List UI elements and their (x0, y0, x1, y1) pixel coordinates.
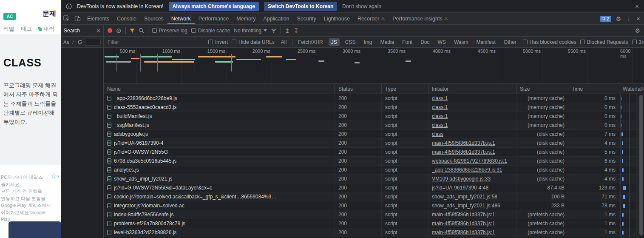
match-language-button[interactable]: Always match Chrome's language (169, 2, 259, 11)
network-settings-gear-icon[interactable]: ⚙ (635, 27, 640, 34)
request-initiator-link[interactable]: class:1 (432, 95, 448, 101)
site-tab-level[interactable]: 레벨 (3, 25, 14, 33)
tab-network[interactable]: Network (167, 13, 195, 24)
request-row[interactable]: class-5552aacec0caacd3.js 200 script cla… (104, 103, 644, 112)
request-row[interactable]: js?id=G-0WSW72N55G&l=dataLayer&cx=c 200 … (104, 184, 644, 192)
request-row[interactable]: js?id=G-0WSW72N55G 200 script main-4f59f… (104, 148, 644, 157)
filter-chip-manifest[interactable]: Manifest (474, 38, 498, 46)
tab-lighthouse[interactable]: Lighthouse (320, 13, 354, 24)
request-initiator-link[interactable]: show_ads_impl_fy2021.js:486 (432, 203, 500, 209)
settings-gear-icon[interactable]: ⚙ (616, 15, 621, 22)
issues-badge[interactable]: 2 (600, 16, 611, 22)
filter-chip-font[interactable]: Font (400, 38, 415, 46)
request-initiator-link[interactable]: main-4f59f5f86b1d337b.js:1 (432, 149, 495, 155)
refresh-icon[interactable] (77, 40, 82, 45)
request-initiator-link[interactable]: main-4f59f5f86b1d337b.js:1 (432, 221, 495, 227)
filter-chip-all[interactable]: All (278, 38, 289, 46)
devtools-close-icon[interactable]: × (636, 15, 640, 22)
column-header-initiator[interactable]: Initiator (428, 84, 516, 94)
solvedac-logo[interactable]: AC (3, 13, 16, 20)
search-pane-close-icon[interactable]: × (96, 27, 100, 34)
scrollbar-thumb[interactable] (639, 95, 643, 235)
request-row[interactable]: _buildManifest.js 200 script class:1 (me… (104, 112, 644, 121)
request-row[interactable]: level-b3363d2d22b88826.js 200 script mai… (104, 228, 644, 237)
bottom-banner[interactable] (9, 221, 61, 238)
device-toolbar-button[interactable] (72, 13, 83, 24)
third-party-requests-checkbox[interactable]: 3rd-party requests (632, 39, 644, 45)
network-overview[interactable]: 500 ms1000 ms1500 ms2000 ms2500 ms3000 m… (104, 48, 644, 84)
inspect-element-button[interactable] (61, 13, 72, 24)
request-row[interactable]: _ssgManifest.js 200 script class:1 (memo… (104, 121, 644, 130)
tab-sources[interactable]: Sources (140, 13, 167, 24)
filter-toggle-icon[interactable] (130, 28, 135, 33)
ad-block[interactable]: ⓘ × PC의 가디언 테일즈즐기세요모든 기기 간 진행을연동하고 다음 모험… (1, 174, 60, 223)
request-initiator-link[interactable]: VM109 adsbygoogle.js:33 (432, 176, 491, 182)
request-row[interactable]: problems-ef26a7b800d78c78.js 200 script … (104, 219, 644, 228)
filter-chip-doc[interactable]: Doc (418, 38, 432, 46)
request-initiator-link[interactable]: class:1 (432, 104, 448, 110)
tab-security[interactable]: Security (293, 13, 320, 24)
request-initiator-link[interactable]: class:1 (432, 122, 448, 128)
request-initiator-link[interactable]: webpack-f829817927789630.js:1 (432, 158, 507, 164)
tab-performance[interactable]: Performance (195, 13, 233, 24)
disable-cache-checkbox[interactable]: Disable cache (191, 28, 230, 34)
filter-chip-other[interactable]: Other (501, 38, 519, 46)
network-conditions-icon[interactable] (271, 28, 277, 33)
has-blocked-cookies-checkbox[interactable]: Has blocked cookies (523, 39, 576, 45)
request-initiator-link[interactable]: _app-238366d6bc226be9.js:31 (432, 167, 502, 173)
tab-memory[interactable]: Memory (233, 13, 259, 24)
ad-close-icon[interactable]: × (57, 173, 60, 180)
filter-chip-img[interactable]: Img (361, 38, 374, 46)
request-row[interactable]: adsbygoogle.js 200 script class (disk ca… (104, 130, 644, 139)
tab-elements[interactable]: Elements (83, 13, 113, 24)
hide-data-urls-checkbox[interactable]: Hide data URLs (232, 39, 275, 45)
import-har-icon[interactable]: ↥ (285, 27, 290, 34)
request-initiator-link[interactable]: js?id=UA-96197390-4:48 (432, 185, 488, 191)
filter-chip-css[interactable]: CSS (343, 38, 358, 46)
record-button[interactable] (108, 28, 112, 33)
dont-show-again-button[interactable]: Don't show again (342, 3, 381, 9)
throttling-select[interactable]: No throttling (234, 28, 267, 34)
tab-application[interactable]: Application (259, 13, 293, 24)
column-header-type[interactable]: Type (382, 84, 428, 94)
ad-info-icon[interactable]: ⓘ (52, 173, 56, 180)
request-row[interactable]: js?id=UA-96197390-4 200 script main-4f59… (104, 139, 644, 148)
search-icon[interactable] (139, 28, 144, 33)
tab-performance-insights[interactable]: Performance insights⚠ (389, 13, 451, 24)
request-row[interactable]: integrator.js?domain=solved.ac 200 scrip… (104, 201, 644, 210)
page-title[interactable]: 문제 (43, 9, 56, 18)
request-initiator-link[interactable]: main-4f59f5f86b1d337b.js:1 (432, 140, 495, 146)
switch-korean-button[interactable]: Switch DevTools to Korean (264, 2, 337, 11)
vertical-scrollbar[interactable] (638, 94, 644, 238)
request-row[interactable]: analytics.js 200 script _app-238366d6bc2… (104, 166, 644, 175)
request-initiator-link[interactable]: main-4f59f5f86b1d337b.js:1 (432, 212, 495, 218)
match-case-toggle[interactable]: Aa (63, 40, 69, 45)
request-row[interactable]: cookie.js?domain=solved.ac&callback=_gfp… (104, 192, 644, 201)
column-header-waterfall[interactable]: Waterfall▲ (619, 84, 644, 94)
filter-chip-js[interactable]: JS (329, 38, 340, 46)
column-header-status[interactable]: Status (335, 84, 382, 94)
invert-checkbox[interactable]: Invert (208, 39, 228, 45)
preserve-log-checkbox[interactable]: Preserve log (152, 28, 187, 34)
column-header-name[interactable]: Name (104, 84, 335, 94)
request-initiator-link[interactable]: show_ads_impl_fy2021.js:58 (432, 194, 497, 200)
filter-input[interactable] (108, 39, 204, 45)
export-har-icon[interactable]: ↧ (294, 27, 299, 34)
filter-chip-wasm[interactable]: Wasm (451, 38, 471, 46)
filter-chip-ws[interactable]: WS (435, 38, 448, 46)
filter-chip-media[interactable]: Media (377, 38, 397, 46)
more-options-kebab-icon[interactable]: ⋮ (626, 15, 632, 22)
search-pane-input[interactable] (85, 39, 101, 46)
tab-recorder[interactable]: Recorder⚠ (354, 13, 389, 24)
regex-toggle[interactable]: .* (71, 40, 74, 45)
tab-console[interactable]: Console (113, 13, 140, 24)
request-row[interactable]: 6708.c5a3e5c0916a5445.js 200 script webp… (104, 157, 644, 166)
column-header-time[interactable]: Time (568, 84, 619, 94)
clear-button[interactable]: ⊘ (116, 27, 122, 34)
request-initiator-link[interactable]: class (432, 131, 443, 137)
filter-chip-fetch-xhr[interactable]: Fetch/XHR (295, 38, 326, 46)
site-tab-sprout[interactable]: 새싹 (38, 25, 54, 33)
request-row[interactable]: _app-238366d6bc226be9.js 200 script clas… (104, 94, 644, 103)
request-initiator-link[interactable]: class:1 (432, 113, 448, 119)
column-header-size[interactable]: Size (516, 84, 568, 94)
